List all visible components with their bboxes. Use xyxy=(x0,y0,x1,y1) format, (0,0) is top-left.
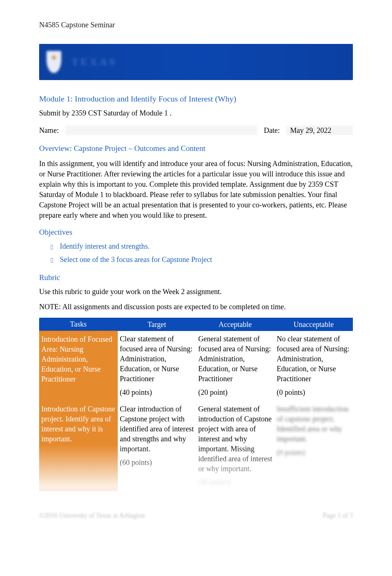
unacceptable-points: (0 points) xyxy=(277,448,351,458)
footer-page-number: Page 1 of 3 xyxy=(323,512,353,520)
header-banner: TEXAS xyxy=(39,44,353,80)
submit-deadline: Submit by 2359 CST Saturday of Module 1 … xyxy=(39,109,353,117)
banner-blur-overlay xyxy=(39,44,353,80)
unacceptable-cell: Insufficient introduction of capstone pr… xyxy=(275,401,353,491)
unacceptable-text: No clear statement of focused area of Nu… xyxy=(277,335,350,383)
name-date-row: Name: Date: May 29, 2022 xyxy=(39,125,353,135)
acceptable-cell: General statement of introduction of Cap… xyxy=(196,401,275,491)
objective-text: Identify interest and strengths. xyxy=(60,242,149,251)
target-points: (60 points) xyxy=(120,458,194,468)
objectives-list: ▯ Identify interest and strengths. ▯ Sel… xyxy=(39,242,353,265)
overview-heading: Overview: Capstone Project – Outcomes an… xyxy=(39,144,353,153)
page-footer: ©2016 University of Texas at Arlington P… xyxy=(39,512,353,520)
acceptable-points: (40 points) xyxy=(198,477,272,487)
list-item: ▯ Identify interest and strengths. xyxy=(50,242,353,252)
unacceptable-points: (0 points) xyxy=(277,387,351,397)
module-heading: Module 1: Introduction and Identify Focu… xyxy=(39,94,353,104)
bullet-icon: ▯ xyxy=(50,255,60,265)
name-label: Name: xyxy=(39,126,59,135)
target-points: (40 points) xyxy=(120,387,194,397)
rubric-note: NOTE: All assignments and discussion pos… xyxy=(39,303,353,311)
rubric-intro: Use this rubric to guide your work on th… xyxy=(39,287,353,296)
table-header-row: Tasks Target Acceptable Unacceptable xyxy=(39,318,353,331)
acceptable-points: (20 point) xyxy=(198,387,272,397)
name-field[interactable] xyxy=(65,125,257,135)
target-text: Clear statement of focused area of Nursi… xyxy=(120,335,193,383)
acceptable-cell: General statement of focused area of Nur… xyxy=(196,331,275,401)
table-row: Introduction of Capstone project. Identi… xyxy=(39,401,353,491)
target-cell: Clear statement of focused area of Nursi… xyxy=(118,331,196,401)
overview-body: In this assignment, you will identify an… xyxy=(39,158,353,220)
objectives-heading: Objectives xyxy=(39,228,353,237)
th-acceptable: Acceptable xyxy=(196,318,275,331)
unacceptable-cell: No clear statement of focused area of Nu… xyxy=(275,331,353,401)
rubric-table-wrap: Tasks Target Acceptable Unacceptable Int… xyxy=(39,318,353,491)
target-text: Clear introduction of Capstone project w… xyxy=(120,405,194,453)
unacceptable-text: Insufficient introduction of capstone pr… xyxy=(277,405,349,443)
rubric-table: Tasks Target Acceptable Unacceptable Int… xyxy=(39,318,353,491)
target-cell: Clear introduction of Capstone project w… xyxy=(118,401,196,491)
table-row: Introduction of Focused Area: Nursing Ad… xyxy=(39,331,353,401)
document-page: N4585 Capstone Seminar TEXAS Module 1: I… xyxy=(0,0,392,534)
list-item: ▯ Select one of the 3 focus areas for Ca… xyxy=(50,255,353,265)
date-label: Date: xyxy=(264,126,280,135)
acceptable-text: General statement of introduction of Cap… xyxy=(198,405,272,473)
objective-text: Select one of the 3 focus areas for Caps… xyxy=(60,255,212,264)
task-cell: Introduction of Capstone project. Identi… xyxy=(39,401,118,491)
rubric-heading: Rubric xyxy=(39,273,353,282)
th-unacceptable: Unacceptable xyxy=(275,318,353,331)
date-field: May 29, 2022 xyxy=(286,125,353,135)
th-tasks: Tasks xyxy=(39,318,118,331)
date-value: May 29, 2022 xyxy=(290,126,331,135)
footer-copyright: ©2016 University of Texas at Arlington xyxy=(39,512,145,520)
bullet-icon: ▯ xyxy=(50,242,60,252)
task-cell: Introduction of Focused Area: Nursing Ad… xyxy=(39,331,118,401)
th-target: Target xyxy=(118,318,196,331)
course-title: N4585 Capstone Seminar xyxy=(39,21,353,29)
acceptable-text: General statement of focused area of Nur… xyxy=(198,335,271,383)
